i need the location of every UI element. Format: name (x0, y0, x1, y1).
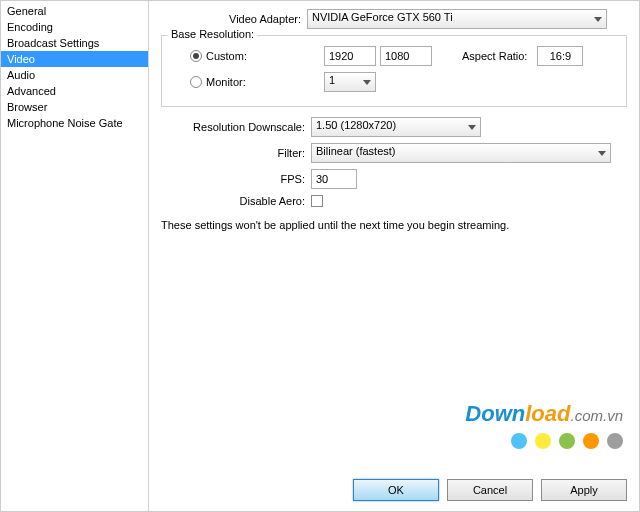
base-resolution-title: Base Resolution: (168, 28, 257, 40)
video-adapter-select[interactable]: NVIDIA GeForce GTX 560 Ti (307, 9, 607, 29)
custom-label: Custom: (206, 50, 264, 62)
aspect-ratio-value (537, 46, 583, 66)
monitor-radio[interactable] (190, 76, 202, 88)
sidebar-item-general[interactable]: General (1, 3, 148, 19)
watermark-part2: load (525, 401, 570, 426)
apply-button[interactable]: Apply (541, 479, 627, 501)
apply-note: These settings won't be applied until th… (161, 219, 627, 231)
dot-icon (511, 433, 527, 449)
aspect-ratio-label: Aspect Ratio: (462, 50, 527, 62)
filter-label: Filter: (191, 147, 305, 159)
watermark-suffix: .com.vn (570, 407, 623, 424)
fps-input[interactable] (311, 169, 357, 189)
downscale-select[interactable]: 1.50 (1280x720) (311, 117, 481, 137)
dialog-footer: OK Cancel Apply (353, 479, 627, 501)
monitor-select[interactable]: 1 (324, 72, 376, 92)
cancel-button[interactable]: Cancel (447, 479, 533, 501)
ok-button[interactable]: OK (353, 479, 439, 501)
sidebar-item-advanced[interactable]: Advanced (1, 83, 148, 99)
disable-aero-checkbox[interactable] (311, 195, 323, 207)
dot-icon (535, 433, 551, 449)
video-adapter-label: Video Adapter: (221, 13, 301, 25)
watermark: Download.com.vn (465, 401, 623, 449)
fps-label: FPS: (191, 173, 305, 185)
sidebar-item-mic-noise-gate[interactable]: Microphone Noise Gate (1, 115, 148, 131)
monitor-label: Monitor: (206, 76, 264, 88)
sidebar-item-video[interactable]: Video (1, 51, 148, 67)
main-panel: Video Adapter: NVIDIA GeForce GTX 560 Ti… (149, 1, 639, 511)
dot-icon (607, 433, 623, 449)
height-input[interactable] (380, 46, 432, 66)
dot-icon (583, 433, 599, 449)
downscale-label: Resolution Downscale: (191, 121, 305, 133)
settings-sidebar: General Encoding Broadcast Settings Vide… (1, 1, 149, 511)
sidebar-item-broadcast[interactable]: Broadcast Settings (1, 35, 148, 51)
base-resolution-group: Base Resolution: Custom: Aspect Ratio: M… (161, 35, 627, 107)
sidebar-item-encoding[interactable]: Encoding (1, 19, 148, 35)
disable-aero-label: Disable Aero: (191, 195, 305, 207)
width-input[interactable] (324, 46, 376, 66)
sidebar-item-audio[interactable]: Audio (1, 67, 148, 83)
sidebar-item-browser[interactable]: Browser (1, 99, 148, 115)
filter-select[interactable]: Bilinear (fastest) (311, 143, 611, 163)
watermark-dots (465, 433, 623, 449)
dot-icon (559, 433, 575, 449)
custom-radio[interactable] (190, 50, 202, 62)
watermark-part1: Down (465, 401, 525, 426)
